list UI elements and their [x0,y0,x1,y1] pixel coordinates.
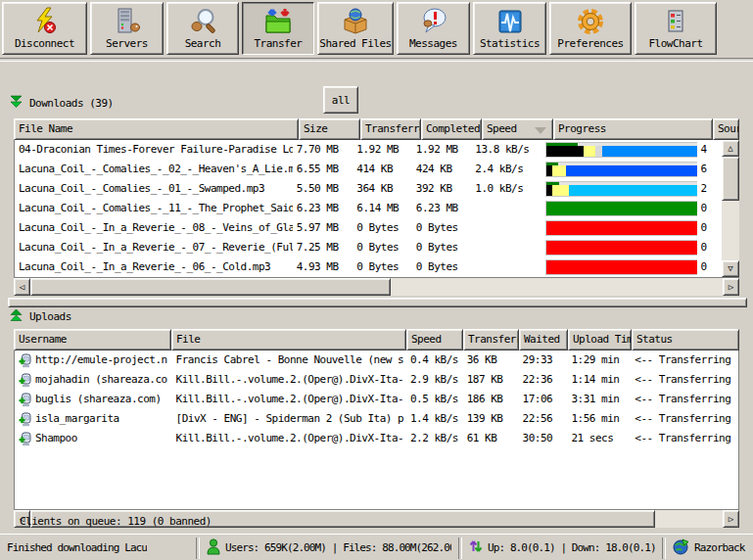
downloads-vertical-scrollbar[interactable]: △ ▽ [722,140,739,277]
upload-row[interactable]: isla_margarita[DivX - ENG] - Spiderman 2… [15,409,738,429]
download-row[interactable]: Lacuna_Coil_-_In_a_Reverie_-_08_-_Veins_… [15,218,723,238]
progress-bar [545,181,697,197]
client-icon [19,353,31,368]
section-splitter[interactable] [8,298,747,307]
upload-speed: 2.9 kB/s [406,370,463,390]
upload-time: 1:29 min [567,350,631,370]
column-header-speed[interactable]: Speed [406,329,463,350]
upload-row[interactable]: buglis (shareaza.com)Kill.Bill.-.volume.… [15,390,738,409]
toolbar-button-transfer[interactable]: Transfer [242,2,314,55]
scrollbar-thumb[interactable] [722,157,739,201]
download-file-name: Lacuna_Coil_-_In_a_Reverie_-_06_-_Cold.m… [15,257,293,277]
globe-icon [673,538,689,558]
servers-icon [113,6,142,37]
toolbar-button-disconnect[interactable]: Disconnect [2,2,87,55]
flowchart-icon [664,6,687,37]
download-sources: 0 [697,199,723,218]
toolbar-button-shared-files[interactable]: Shared Files [317,2,394,55]
scroll-up-button[interactable]: △ [722,140,739,157]
upload-username: http://emule-project.n [35,350,167,370]
download-row[interactable]: Lacuna_Coil_-_In_a_Reverie_-_07_-_Reveri… [15,238,723,257]
download-transferred: 364 KB [353,179,412,199]
download-progress-cell [541,218,697,238]
download-progress-cell [541,257,697,277]
toolbar-button-preferences[interactable]: Preferences [549,2,632,55]
scroll-right-button[interactable]: ▷ [723,510,739,528]
column-header-status[interactable]: Status [632,329,739,350]
sort-indicator-icon [535,127,546,134]
chevrons-up-icon [10,308,23,325]
scrollbar-thumb[interactable] [30,278,391,296]
column-header-file[interactable]: File [171,329,406,350]
download-row[interactable]: Lacuna_Coil_-_In_a_Reverie_-_06_-_Cold.m… [15,257,723,277]
statusbar-users-files-panel: Users: 659K(2.00M) | Files: 88.00M(262.0… [200,538,458,558]
uploads-table: UsernameFileSpeedTransferredWaitedUpload… [14,329,739,528]
download-completed: 0 Bytes [412,238,472,257]
download-progress-cell [541,238,697,257]
download-file-name: Lacuna_Coil_-_Comalies_-_02_-_Heaven's_A… [15,160,293,179]
download-sources: 4 [697,140,723,160]
download-progress-cell [541,140,697,160]
downloads-table-header: File NameSizeTransferredCompletedSpeedPr… [14,118,739,140]
upload-username: Shampoo [35,429,77,448]
scroll-right-button[interactable]: ▷ [723,278,739,296]
upload-transferred: 36 KB [463,350,519,370]
scroll-left-button[interactable]: ◁ [14,278,30,296]
download-row[interactable]: 04-Draconian Times-Forever Failure-Parad… [15,140,723,160]
toolbar-button-label: Disconnect [15,37,74,51]
download-row[interactable]: Lacuna_Coil_-_Comalies_-_01_-_Swamped.mp… [15,179,723,199]
upload-status: <-- Transferring [631,429,738,448]
upload-waited: 22:56 [519,409,568,429]
users-files-stats: Users: 659K(2.00M) | Files: 88.00M(262.0… [225,541,451,554]
upload-transferred: 139 KB [463,409,519,429]
download-size: 4.93 MB [293,257,353,277]
column-header-sources[interactable]: Sources [713,118,739,140]
upload-row[interactable]: mojahadin (shareaza.coKill.Bill.-.volume… [15,370,738,390]
search-icon [188,6,217,37]
column-header-speed[interactable]: Speed [482,118,553,140]
toolbar: DisconnectServersSearchTransferShared Fi… [2,2,720,55]
download-progress-cell [541,179,697,199]
downloads-section-header: Downloads (39) [10,95,114,112]
toolbar-button-flowchart[interactable]: FlowChart [635,2,717,55]
upload-speed: 0.4 kB/s [406,350,463,370]
toolbar-button-label: Messages [409,37,457,51]
column-header-completed[interactable]: Completed [421,118,482,140]
downloads-horizontal-scrollbar[interactable]: ◁ ▷ [14,277,739,296]
upload-waited: 29:33 [519,350,568,370]
download-size: 7.70 MB [293,140,353,160]
download-speed: 13.8 kB/s [471,140,541,160]
column-header-upload-time[interactable]: Upload Time [568,329,632,350]
toolbar-button-statistics[interactable]: Statistics [473,2,546,55]
messages-bubble-icon [419,6,448,37]
column-header-username[interactable]: Username [14,329,171,350]
emule-transfer-window: { "toolbar": { "buttons": [ {"label":"Di… [0,0,753,560]
download-completed: 6.23 MB [412,199,472,218]
upload-row[interactable]: http://emule-project.nFrancis Cabrel - B… [15,350,738,370]
column-header-transferred[interactable]: Transferred [463,329,519,350]
download-speed: 2.4 kB/s [471,160,541,179]
uploads-table-body: http://emule-project.nFrancis Cabrel - B… [14,350,739,509]
upload-file-name: [DivX - ENG] - Spiderman 2 (Sub Ita) p [172,409,406,429]
column-header-progress[interactable]: Progress [553,118,713,140]
column-header-transferred[interactable]: Transferred [360,118,421,140]
upload-time: 3:31 min [567,390,631,409]
download-speed: 1.0 kB/s [471,179,541,199]
download-row[interactable]: Lacuna_Coil_-_Comalies_-_02_-_Heaven's_A… [15,160,723,179]
column-header-waited[interactable]: Waited [519,329,568,350]
toolbar-button-servers[interactable]: Servers [90,2,164,55]
column-header-file-name[interactable]: File Name [14,118,299,140]
toolbar-button-messages[interactable]: Messages [397,2,470,55]
download-transferred: 414 KB [353,160,412,179]
uploads-table-header: UsernameFileSpeedTransferredWaitedUpload… [14,329,739,350]
progress-bar [545,259,697,275]
scroll-down-button[interactable]: ▽ [722,260,739,277]
upload-row[interactable]: ShampooKill.Bill.-.volume.2.(Oper@).DivX… [15,429,738,448]
download-row[interactable]: Lacuna_Coil_-_Comalies_-_11_-_The_Prophe… [15,199,723,218]
all-button[interactable]: all [323,86,358,114]
download-sources: 0 [697,257,723,277]
upload-speed: 0.5 kB/s [406,390,463,409]
toolbar-button-search[interactable]: Search [166,2,239,55]
column-header-size[interactable]: Size [299,118,360,140]
toolbar-divider [0,58,753,62]
